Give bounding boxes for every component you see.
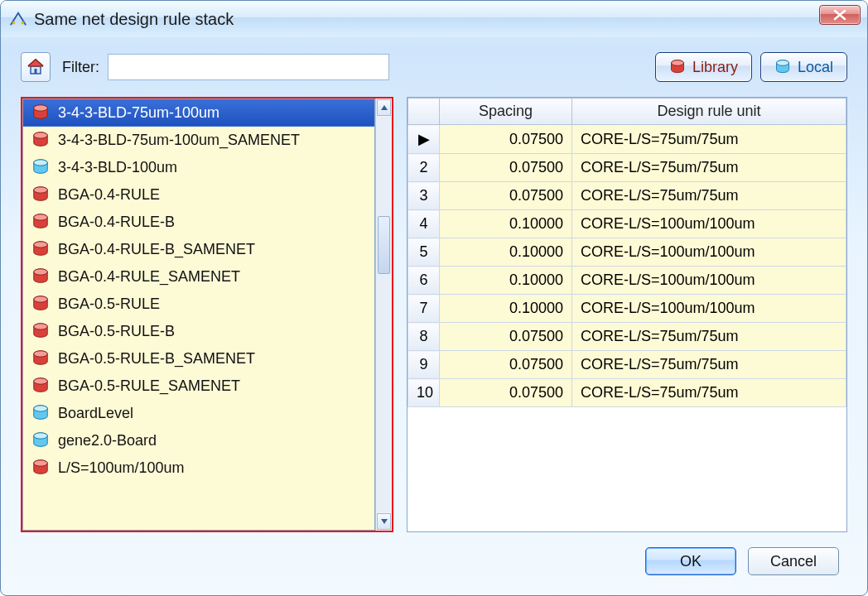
list-item[interactable]: BGA-0.4-RULE_SAMENET xyxy=(23,263,374,291)
table-row[interactable]: 20.07500CORE-L/S=75um/75um xyxy=(408,154,846,182)
close-icon xyxy=(832,9,847,21)
scroll-up-button[interactable] xyxy=(377,99,391,116)
filter-label: Filter: xyxy=(62,59,99,76)
list-item[interactable]: BGA-0.5-RULE xyxy=(23,291,374,318)
list-item[interactable]: BGA-0.4-RULE-B xyxy=(23,209,374,236)
row-number[interactable]: 3 xyxy=(408,182,440,210)
list-item[interactable]: BGA-0.5-RULE-B_SAMENET xyxy=(23,345,374,372)
cancel-button[interactable]: Cancel xyxy=(748,547,839,575)
list-item-label: BGA-0.5-RULE_SAMENET xyxy=(58,377,240,395)
scroll-track[interactable] xyxy=(376,117,392,512)
list-item-label: BGA-0.5-RULE-B xyxy=(58,323,175,340)
table-row[interactable]: 90.07500CORE-L/S=75um/75um xyxy=(408,351,846,379)
spacing-cell[interactable]: 0.10000 xyxy=(440,238,572,267)
list-item-label: gene2.0-Board xyxy=(58,432,157,449)
row-number[interactable]: 10 xyxy=(408,379,440,407)
design-rule-unit-cell[interactable]: CORE-L/S=75um/75um xyxy=(572,182,846,210)
list-item-label: 3-4-3-BLD-100um xyxy=(58,159,177,176)
list-item-label: BGA-0.5-RULE xyxy=(58,296,160,313)
design-rule-unit-cell[interactable]: CORE-L/S=75um/75um xyxy=(572,351,846,379)
design-rule-unit-column-header[interactable]: Design rule unit xyxy=(572,99,846,125)
table-row[interactable]: 30.07500CORE-L/S=75um/75um xyxy=(408,182,846,210)
design-rule-unit-cell[interactable]: CORE-L/S=75um/75um xyxy=(572,379,846,407)
list-scrollbar[interactable] xyxy=(375,99,392,531)
close-button[interactable] xyxy=(819,5,861,25)
database-red-icon xyxy=(31,349,50,368)
row-number[interactable]: 7 xyxy=(408,295,440,323)
spacing-cell[interactable]: 0.07500 xyxy=(440,379,572,407)
filter-input[interactable] xyxy=(108,54,389,80)
dialog-window: Same net design rule stack Filter: Libra… xyxy=(0,0,868,596)
spacing-cell[interactable]: 0.10000 xyxy=(440,267,572,295)
spacing-cell[interactable]: 0.07500 xyxy=(440,351,572,379)
spacing-column-header[interactable]: Spacing xyxy=(440,99,572,125)
scroll-down-button[interactable] xyxy=(377,513,391,530)
table-row[interactable]: 50.10000CORE-L/S=100um/100um xyxy=(408,238,846,267)
design-rule-unit-cell[interactable]: CORE-L/S=75um/75um xyxy=(572,154,846,182)
design-rule-unit-cell[interactable]: CORE-L/S=75um/75um xyxy=(572,323,846,351)
database-red-icon xyxy=(31,131,50,149)
database-blue-icon xyxy=(774,59,791,75)
database-blue-icon xyxy=(31,431,50,449)
table-row[interactable]: 100.07500CORE-L/S=75um/75um xyxy=(408,379,846,407)
table-row[interactable]: 80.07500CORE-L/S=75um/75um xyxy=(408,323,846,351)
database-red-icon xyxy=(31,240,50,258)
row-number[interactable]: 6 xyxy=(408,267,440,295)
row-number[interactable]: 8 xyxy=(408,323,440,351)
spacing-cell[interactable]: 0.10000 xyxy=(440,295,572,323)
row-number[interactable]: ▶ xyxy=(408,125,440,154)
rule-list[interactable]: 3-4-3-BLD-75um-100um3-4-3-BLD-75um-100um… xyxy=(22,99,375,531)
list-item[interactable]: 3-4-3-BLD-100um xyxy=(23,154,374,181)
list-item-label: L/S=100um/100um xyxy=(58,459,185,477)
library-button[interactable]: Library xyxy=(655,52,752,82)
list-item[interactable]: BGA-0.5-RULE-B xyxy=(23,318,374,345)
spacing-cell[interactable]: 0.07500 xyxy=(440,182,572,210)
design-rule-unit-cell[interactable]: CORE-L/S=75um/75um xyxy=(572,125,846,154)
spacing-cell[interactable]: 0.07500 xyxy=(440,154,572,182)
database-red-icon xyxy=(31,322,50,340)
local-button-label: Local xyxy=(798,59,833,76)
list-item-label: 3-4-3-BLD-75um-100um_SAMENET xyxy=(58,132,300,149)
list-item-label: BGA-0.4-RULE-B xyxy=(58,214,175,231)
list-item[interactable]: BGA-0.5-RULE_SAMENET xyxy=(23,372,374,400)
svg-point-6 xyxy=(12,22,16,25)
database-red-icon xyxy=(31,185,50,204)
database-blue-icon xyxy=(31,158,50,176)
dialog-footer: OK Cancel xyxy=(21,544,847,580)
dialog-content: Filter: Library Local 3-4-3-BLD-75um-100… xyxy=(1,37,867,595)
library-button-label: Library xyxy=(692,59,738,76)
design-rule-unit-cell[interactable]: CORE-L/S=100um/100um xyxy=(572,210,846,238)
rule-list-frame: 3-4-3-BLD-75um-100um3-4-3-BLD-75um-100um… xyxy=(21,97,393,532)
row-number[interactable]: 4 xyxy=(408,210,440,238)
design-rule-unit-cell[interactable]: CORE-L/S=100um/100um xyxy=(572,267,846,295)
table-row[interactable]: 40.10000CORE-L/S=100um/100um xyxy=(408,210,846,238)
list-item[interactable]: BGA-0.4-RULE-B_SAMENET xyxy=(23,236,374,263)
scroll-thumb[interactable] xyxy=(378,216,390,274)
database-red-icon xyxy=(31,213,50,231)
list-item[interactable]: 3-4-3-BLD-75um-100um_SAMENET xyxy=(23,127,374,154)
row-number[interactable]: 9 xyxy=(408,351,440,379)
main-area: 3-4-3-BLD-75um-100um3-4-3-BLD-75um-100um… xyxy=(21,97,847,532)
ok-button[interactable]: OK xyxy=(645,547,736,575)
list-item[interactable]: 3-4-3-BLD-75um-100um xyxy=(23,99,374,127)
table-row[interactable]: 60.10000CORE-L/S=100um/100um xyxy=(408,267,846,295)
table-row[interactable]: ▶0.07500CORE-L/S=75um/75um xyxy=(408,125,846,154)
list-item[interactable]: BoardLevel xyxy=(23,400,374,427)
local-button[interactable]: Local xyxy=(760,52,847,82)
list-item-label: BGA-0.5-RULE-B_SAMENET xyxy=(58,350,255,368)
list-item[interactable]: BGA-0.4-RULE xyxy=(23,181,374,209)
design-rule-unit-cell[interactable]: CORE-L/S=100um/100um xyxy=(572,238,846,267)
spacing-cell[interactable]: 0.07500 xyxy=(440,125,572,154)
list-item-label: BGA-0.4-RULE_SAMENET xyxy=(58,268,240,286)
table-row[interactable]: 70.10000CORE-L/S=100um/100um xyxy=(408,295,846,323)
row-number[interactable]: 2 xyxy=(408,154,440,182)
row-number[interactable]: 5 xyxy=(408,238,440,267)
spacing-cell[interactable]: 0.07500 xyxy=(440,323,572,351)
rule-table: Spacing Design rule unit ▶0.07500CORE-L/… xyxy=(407,97,847,532)
row-header-column[interactable] xyxy=(408,99,440,125)
list-item[interactable]: L/S=100um/100um xyxy=(23,454,374,482)
spacing-cell[interactable]: 0.10000 xyxy=(440,210,572,238)
design-rule-unit-cell[interactable]: CORE-L/S=100um/100um xyxy=(572,295,846,323)
list-item[interactable]: gene2.0-Board xyxy=(23,427,374,454)
home-button[interactable] xyxy=(21,52,51,82)
